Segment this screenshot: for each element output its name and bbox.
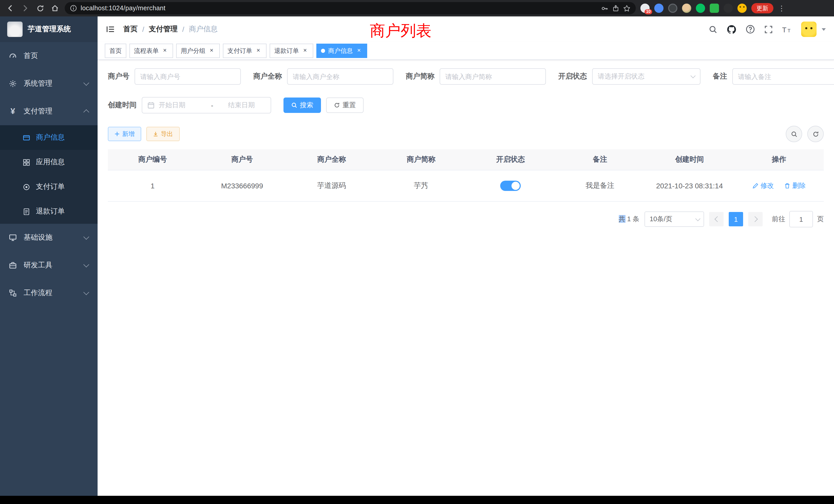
bookmark-star-icon[interactable] <box>623 4 631 12</box>
date-range-picker[interactable]: 开始日期 - 结束日期 <box>142 97 271 113</box>
github-icon[interactable] <box>727 24 737 34</box>
add-button[interactable]: 新增 <box>108 127 141 141</box>
forward-icon[interactable] <box>20 3 30 13</box>
header-actions: TT <box>709 22 826 37</box>
goto-page-input[interactable] <box>789 211 813 227</box>
create-time-label: 创建时间 <box>108 100 137 110</box>
app-title: 芋道管理系统 <box>28 25 71 34</box>
chrome-menu-icon[interactable]: ⋮ <box>778 4 785 12</box>
close-icon[interactable]: × <box>302 47 309 54</box>
tab-label: 商户信息 <box>328 46 353 55</box>
chrome-update-button[interactable]: 更新 <box>751 3 773 13</box>
pagination-total: 共 1 条 <box>619 214 639 224</box>
export-button[interactable]: 导出 <box>146 127 180 141</box>
breadcrumb-item[interactable]: 支付管理 <box>149 25 178 34</box>
sidebar: 芋道管理系统 首页 系统管理 ¥ 支付管 <box>0 17 97 496</box>
chevron-down-icon <box>690 73 696 78</box>
password-key-icon[interactable] <box>601 4 609 12</box>
reset-button[interactable]: 重置 <box>326 97 364 113</box>
extension-blue-icon[interactable] <box>654 4 663 13</box>
chevron-right-icon <box>752 216 758 222</box>
gear-icon <box>8 79 18 88</box>
total-suffix: 条 <box>633 215 639 223</box>
extension-green-icon[interactable] <box>710 4 719 13</box>
font-size-icon[interactable]: TT <box>782 25 792 33</box>
remark-input[interactable] <box>732 68 834 85</box>
sidebar-item-merchant-info[interactable]: 商户信息 <box>0 125 97 150</box>
help-icon[interactable] <box>746 25 755 34</box>
prev-page-button[interactable] <box>709 212 724 226</box>
close-icon[interactable]: × <box>355 47 363 54</box>
extension-paw-icon[interactable] <box>724 4 733 13</box>
site-info-icon[interactable] <box>70 5 77 12</box>
tab-label: 退款订单 <box>274 46 299 55</box>
tab-refund-order[interactable]: 退款订单 × <box>270 44 313 58</box>
tags-view: 首页 流程表单 × 用户分组 × 支付订单 × 退款订单 × <box>97 42 834 60</box>
status-toggle[interactable] <box>500 181 521 191</box>
sidebar-item-infra[interactable]: 基础设施 <box>0 224 97 251</box>
share-icon[interactable] <box>612 5 619 12</box>
tab-pay-order[interactable]: 支付订单 × <box>223 44 266 58</box>
reset-button-label: 重置 <box>343 100 356 110</box>
extension-emoji-icon[interactable] <box>738 4 747 13</box>
extension-puzzle-icon[interactable]: 10 <box>640 4 650 13</box>
breadcrumb-item[interactable]: 首页 <box>123 25 138 34</box>
filter-row-2: 创建时间 开始日期 - 结束日期 搜索 <box>108 97 824 113</box>
refresh-table-button[interactable] <box>807 126 824 142</box>
sidebar-item-payment[interactable]: ¥ 支付管理 <box>0 97 97 125</box>
close-icon[interactable]: × <box>255 47 262 54</box>
add-button-label: 新增 <box>122 130 135 138</box>
sidebar-logo[interactable]: 芋道管理系统 <box>0 17 97 42</box>
short-name-input[interactable] <box>440 68 546 85</box>
tab-label: 首页 <box>109 46 122 55</box>
breadcrumb: 首页 / 支付管理 / 商户信息 <box>123 25 218 34</box>
sidebar-item-pay-order[interactable]: 支付订单 <box>0 175 97 199</box>
home-icon[interactable] <box>50 3 60 13</box>
merchant-no-input[interactable] <box>135 68 241 85</box>
extension-wechat-devtools-icon[interactable] <box>696 4 705 13</box>
chevron-down-icon <box>84 261 89 268</box>
extension-avatar-icon[interactable] <box>682 4 691 13</box>
tab-merchant-info[interactable]: 商户信息 × <box>316 44 367 58</box>
tab-user-group[interactable]: 用户分组 × <box>176 44 220 58</box>
page-size-select[interactable]: 10条/页 <box>644 211 704 227</box>
url-text[interactable]: localhost:1024/pay/merchant <box>81 5 597 12</box>
sidebar-item-refund-order[interactable]: 退款订单 <box>0 199 97 224</box>
extension-dark-icon[interactable] <box>668 4 677 13</box>
address-bar[interactable]: localhost:1024/pay/merchant <box>65 2 636 14</box>
close-icon[interactable]: × <box>208 47 215 54</box>
sidebar-item-devtools[interactable]: 研发工具 <box>0 251 97 279</box>
avatar-caret-icon[interactable] <box>822 28 826 30</box>
close-icon[interactable]: × <box>161 47 169 54</box>
total-prefix: 共 <box>619 215 625 223</box>
sidebar-item-label: 基础设施 <box>24 233 52 242</box>
back-icon[interactable] <box>5 3 16 13</box>
page-jumper: 前往 页 <box>772 211 824 227</box>
edit-link[interactable]: 修改 <box>752 181 774 190</box>
fullscreen-icon[interactable] <box>764 25 773 33</box>
tab-process-form[interactable]: 流程表单 × <box>129 44 173 58</box>
sidebar-item-home[interactable]: 首页 <box>0 42 97 70</box>
full-name-input[interactable] <box>287 68 393 85</box>
calendar-icon <box>147 101 155 109</box>
next-page-button[interactable] <box>748 212 763 226</box>
full-name-field: 商户全称 <box>253 68 393 85</box>
search-button[interactable]: 搜索 <box>284 97 321 113</box>
collapse-sidebar-icon[interactable] <box>106 25 115 34</box>
search-icon[interactable] <box>709 25 718 33</box>
page-number-button[interactable]: 1 <box>729 212 743 226</box>
cell-merchant-id: 1 <box>108 170 197 202</box>
sidebar-item-workflow[interactable]: 工作流程 <box>0 279 97 307</box>
sidebar-item-app-info[interactable]: 应用信息 <box>0 150 97 175</box>
sidebar-item-system[interactable]: 系统管理 <box>0 70 97 97</box>
user-avatar[interactable] <box>801 22 816 37</box>
reload-icon[interactable] <box>35 3 45 13</box>
main-area: 首页 / 支付管理 / 商户信息 商户列表 <box>97 17 834 496</box>
date-end-placeholder: 结束日期 <box>217 100 265 110</box>
col-short-name: 商户简称 <box>376 150 466 170</box>
show-search-toggle-button[interactable] <box>786 126 802 142</box>
delete-link[interactable]: 删除 <box>784 181 806 190</box>
sidebar-menu: 首页 系统管理 ¥ 支付管理 <box>0 42 97 307</box>
status-select[interactable]: 请选择开启状态 <box>592 68 701 85</box>
tab-home[interactable]: 首页 <box>105 44 126 58</box>
